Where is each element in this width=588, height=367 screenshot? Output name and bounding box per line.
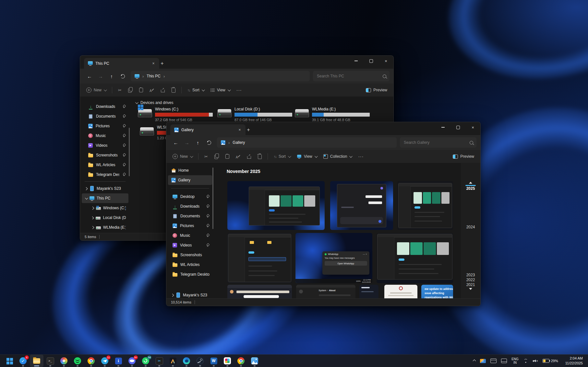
sidebar-item-wl-articles[interactable]: WL Articles	[82, 160, 128, 170]
sidebar-item-documents[interactable]: Documents	[82, 111, 128, 121]
timeline-year-2025[interactable]: 2025	[461, 186, 480, 191]
minimize-button[interactable]	[436, 122, 450, 132]
sidebar-item-videos[interactable]: ▶ Videos	[82, 141, 128, 150]
taskbar-chrome[interactable]	[84, 355, 98, 367]
tree-item-local-disk-d[interactable]: Local Disk (D:)	[82, 213, 128, 223]
sidebar-item-pictures[interactable]: Pictures	[82, 121, 128, 131]
sidebar-item-screenshots[interactable]: Screenshots	[82, 150, 128, 160]
taskbar-whatsapp[interactable]: 58	[139, 355, 152, 367]
preview-toggle[interactable]: Preview	[450, 152, 477, 161]
sidebar-item-telegram-desktop[interactable]: Telegram Desktop	[168, 270, 212, 279]
up-button[interactable]: ↑	[192, 137, 203, 148]
cut-button[interactable]: ✂	[115, 85, 125, 95]
more-options-button[interactable]: ···	[234, 85, 245, 95]
tree-item-windows-c[interactable]: Windows (C:)	[82, 203, 128, 213]
search-input[interactable]	[403, 140, 467, 145]
taskbar-slack[interactable]	[221, 355, 234, 367]
breadcrumb[interactable]: This PC	[147, 74, 161, 78]
sidebar-item-pictures[interactable]: Pictures	[168, 221, 212, 231]
refresh-button[interactable]	[117, 71, 128, 81]
drive-windows-c[interactable]: Windows (C:) 37.2 GB free of 546 GB	[138, 107, 213, 122]
tray-search-highlights[interactable]	[478, 356, 488, 366]
taskbar-terminal[interactable]: >_	[43, 355, 57, 367]
close-button[interactable]: ×	[465, 122, 480, 132]
tree-item-phone[interactable]: Mayank's S23	[168, 290, 212, 299]
sidebar-item-downloads[interactable]: ↓ Downloads	[82, 102, 128, 111]
minimize-button[interactable]	[349, 56, 364, 66]
taskbar-spotify[interactable]	[71, 355, 84, 367]
chevron-down-icon[interactable]	[85, 196, 88, 200]
section-devices-and-drives[interactable]: Devices and drives	[135, 100, 173, 105]
sidebar-item-music[interactable]: ♪ Music	[82, 131, 128, 141]
chevron-right-icon[interactable]	[91, 216, 94, 219]
address-bar[interactable]: › Gallery	[217, 137, 397, 148]
taskbar-steam[interactable]	[193, 355, 207, 367]
back-button[interactable]: ←	[84, 71, 95, 81]
paste-button[interactable]	[222, 152, 232, 161]
gallery-thumbnail[interactable]	[397, 181, 453, 230]
taskbar-chrome-2[interactable]	[234, 355, 248, 367]
taskbar-file-explorer[interactable]	[30, 355, 43, 367]
chevron-right-icon[interactable]	[91, 226, 94, 229]
paste-button[interactable]	[136, 85, 146, 95]
tree-item-wlmedia-e[interactable]: WLMedia (E:)	[82, 223, 128, 232]
view-button[interactable]: View	[294, 152, 320, 161]
search-box[interactable]	[400, 137, 476, 148]
sidebar-scrollbar[interactable]	[129, 128, 130, 176]
sidebar-item-home[interactable]: Home	[168, 166, 212, 175]
tray-language[interactable]: ENGIN	[510, 356, 521, 366]
taskbar-telegram[interactable]: 11	[98, 355, 112, 367]
rename-button[interactable]	[233, 152, 243, 161]
sidebar-item-music[interactable]: ♪ Music	[168, 231, 212, 240]
view-button[interactable]: View	[208, 85, 233, 95]
collection-button[interactable]: Collection	[320, 152, 355, 161]
delete-button[interactable]	[169, 85, 178, 95]
tab-close-icon[interactable]: ×	[236, 127, 243, 133]
maximize-button[interactable]	[450, 122, 465, 132]
tray-overflow-chevron[interactable]	[471, 356, 477, 366]
maximize-button[interactable]	[364, 56, 378, 66]
gallery-thumbnail[interactable]	[377, 233, 453, 283]
tree-item-phone[interactable]: Mayank's S23	[82, 184, 128, 193]
taskbar-snipping-tool[interactable]: ✂	[152, 355, 166, 367]
taskbar-photos[interactable]	[248, 355, 261, 367]
copy-button[interactable]	[211, 152, 222, 161]
close-button[interactable]: ×	[378, 56, 393, 66]
new-button[interactable]: New	[170, 152, 195, 161]
cut-button[interactable]: ✂	[201, 152, 211, 161]
tab-this-pc[interactable]: This PC ×	[84, 58, 159, 69]
preview-toggle[interactable]: Preview	[363, 85, 390, 95]
taskbar-arc[interactable]	[166, 355, 180, 367]
gallery-thumbnail[interactable]: WhatsApp — × You may have new messages O…	[295, 233, 372, 283]
tray-touch-keyboard[interactable]	[488, 356, 498, 366]
gallery-thumbnail[interactable]	[330, 181, 393, 230]
refresh-button[interactable]	[203, 137, 214, 148]
tray-touchpad[interactable]	[499, 356, 509, 366]
timeline-year-2023[interactable]: 2023	[461, 273, 480, 277]
sidebar-item-videos[interactable]: ▶ Videos	[168, 240, 212, 250]
forward-button[interactable]: →	[95, 71, 106, 81]
new-tab-button[interactable]: +	[158, 59, 166, 68]
gallery-thumbnail[interactable]	[227, 285, 292, 299]
search-box[interactable]	[313, 71, 390, 81]
gallery-thumbnail[interactable]: System › About	[296, 285, 355, 299]
chevron-right-icon[interactable]	[171, 293, 174, 297]
sidebar-item-wl-articles[interactable]: WL Articles	[168, 260, 212, 270]
taskbar-edge[interactable]	[180, 355, 193, 367]
sidebar-item-screenshots[interactable]: Screenshots	[168, 250, 212, 260]
tray-volume-muted[interactable]: ×	[531, 356, 540, 366]
gallery-thumbnail[interactable]	[359, 285, 378, 299]
tab-gallery[interactable]: Gallery ×	[170, 124, 246, 135]
new-tab-button[interactable]: +	[244, 126, 253, 134]
forward-button[interactable]: →	[181, 137, 192, 148]
start-button[interactable]	[3, 355, 16, 367]
address-bar[interactable]: › This PC ›	[131, 71, 310, 81]
timeline-down-arrow[interactable]	[461, 288, 480, 290]
sidebar-item-desktop[interactable]: Desktop	[168, 192, 212, 201]
chevron-right-icon[interactable]	[85, 187, 88, 190]
drive-wlmedia-e[interactable]: WLMedia (E:) 39.1 GB free of 48.8 GB	[295, 107, 370, 122]
copy-button[interactable]	[125, 85, 136, 95]
back-button[interactable]: ←	[170, 137, 181, 148]
new-button[interactable]: New	[83, 85, 109, 95]
sidebar-scrollbar[interactable]	[212, 167, 213, 229]
